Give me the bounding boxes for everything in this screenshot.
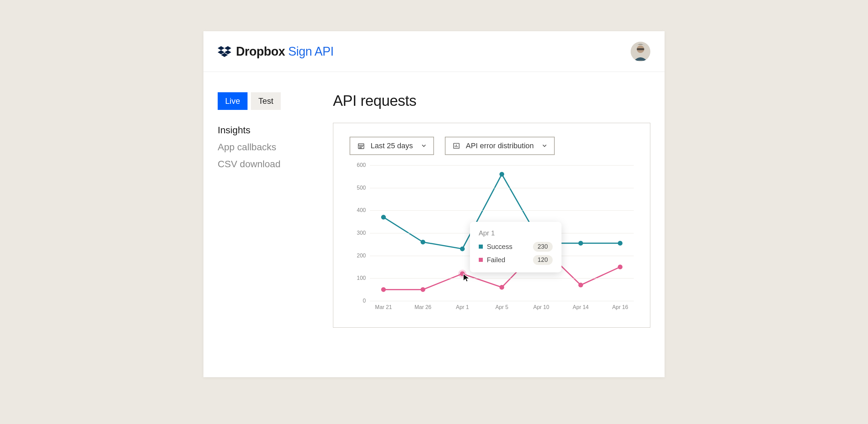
sidebar: Live Test Insights App callbacks CSV dow…	[218, 92, 309, 328]
mode-tabs: Live Test	[218, 92, 309, 110]
gridline	[370, 188, 634, 188]
swatch-failed	[479, 258, 483, 262]
svg-point-19	[381, 215, 386, 219]
svg-point-31	[578, 283, 583, 287]
swatch-success	[479, 245, 483, 249]
svg-point-20	[420, 240, 425, 245]
distribution-dropdown[interactable]: API error distribution	[445, 137, 555, 155]
brand: Dropbox Sign API	[218, 44, 334, 59]
plot-area[interactable]: Apr 1 Success 230	[370, 165, 634, 301]
svg-point-14	[361, 148, 361, 148]
y-tick-label: 200	[357, 253, 366, 259]
main: API requests	[333, 92, 650, 328]
dropdown-row: Last 25 days	[350, 137, 634, 155]
tab-test[interactable]: Test	[251, 92, 281, 110]
svg-point-27	[420, 287, 425, 292]
avatar[interactable]	[631, 42, 650, 61]
distribution-label: API error distribution	[466, 141, 534, 150]
svg-point-24	[578, 241, 583, 246]
x-tick-label: Apr 10	[533, 304, 549, 310]
tab-live[interactable]: Live	[218, 92, 248, 110]
y-tick-label: 400	[357, 207, 366, 213]
cursor-pointer-icon	[462, 273, 472, 283]
y-axis: 0100200300400500600	[350, 165, 369, 301]
calendar-icon	[357, 142, 365, 150]
svg-point-11	[361, 146, 361, 147]
brand-text: Dropbox Sign API	[236, 44, 334, 59]
header: Dropbox Sign API	[203, 31, 665, 72]
svg-point-10	[360, 146, 360, 147]
date-range-label: Last 25 days	[371, 141, 413, 150]
svg-point-32	[618, 265, 623, 269]
svg-marker-1	[224, 46, 231, 50]
x-tick-label: Mar 21	[375, 304, 392, 310]
brand-part-2: Sign API	[288, 44, 334, 58]
brand-part-1: Dropbox	[236, 44, 285, 58]
svg-point-12	[362, 146, 362, 147]
date-range-dropdown[interactable]: Last 25 days	[350, 137, 434, 155]
tooltip-row-success: Success 230	[479, 242, 553, 252]
tooltip-label-failed: Failed	[487, 256, 505, 264]
svg-rect-7	[637, 48, 644, 50]
y-tick-label: 100	[357, 275, 366, 281]
x-tick-label: Mar 26	[414, 304, 431, 310]
chart-area: 0100200300400500600 Apr 1 Success 230	[350, 165, 634, 311]
body: Live Test Insights App callbacks CSV dow…	[203, 72, 665, 328]
dropbox-logo-icon	[218, 45, 231, 58]
svg-point-21	[460, 247, 465, 251]
sidebar-item-insights[interactable]: Insights	[218, 125, 309, 136]
x-tick-label: Apr 1	[456, 304, 469, 310]
svg-point-26	[381, 287, 386, 292]
x-tick-label: Apr 5	[495, 304, 508, 310]
svg-point-22	[499, 172, 504, 177]
svg-point-29	[499, 285, 504, 290]
y-tick-label: 600	[357, 162, 366, 168]
svg-point-13	[360, 148, 360, 148]
sidebar-item-csv-download[interactable]: CSV download	[218, 159, 309, 170]
tooltip-label-success: Success	[487, 243, 513, 251]
bar-chart-icon	[452, 142, 460, 150]
page-title: API requests	[333, 92, 650, 109]
sidebar-item-app-callbacks[interactable]: App callbacks	[218, 142, 309, 153]
chevron-down-icon	[421, 141, 427, 150]
y-tick-label: 500	[357, 185, 366, 191]
y-tick-label: 300	[357, 230, 366, 236]
x-axis: Mar 21Mar 26Apr 1Apr 5Apr 10Apr 14Apr 16	[370, 304, 634, 311]
tooltip-row-failed: Failed 120	[479, 255, 553, 265]
svg-point-25	[618, 241, 623, 246]
svg-marker-0	[218, 46, 224, 50]
chevron-down-icon	[542, 141, 547, 150]
gridline	[370, 165, 634, 166]
y-tick-label: 0	[363, 298, 366, 304]
sidebar-nav: Insights App callbacks CSV download	[218, 125, 309, 170]
gridline	[370, 278, 634, 278]
chart-tooltip: Apr 1 Success 230	[470, 222, 561, 272]
tooltip-value-success: 230	[533, 242, 553, 252]
app-window: Dropbox Sign API Live Test Insights App …	[203, 31, 665, 377]
tooltip-value-failed: 120	[533, 255, 553, 265]
chart-card: Last 25 days	[333, 123, 650, 328]
tooltip-date: Apr 1	[479, 229, 553, 237]
gridline	[370, 301, 634, 301]
x-tick-label: Apr 16	[612, 304, 628, 310]
gridline	[370, 210, 634, 211]
x-tick-label: Apr 14	[573, 304, 589, 310]
